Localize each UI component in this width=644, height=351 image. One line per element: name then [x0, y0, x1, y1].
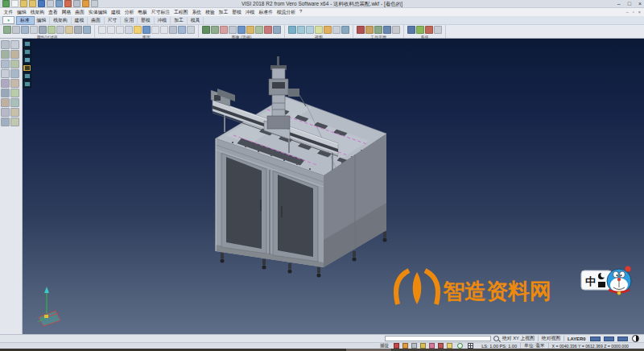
left-tool-icon[interactable]: [10, 89, 19, 97]
child-close-button[interactable]: ×: [638, 10, 641, 14]
toolbar-icon[interactable]: [202, 26, 210, 34]
left-tool-icon[interactable]: [1, 98, 10, 107]
viewport-tool-button[interactable]: [23, 81, 31, 88]
status-tool-icon[interactable]: [420, 343, 426, 349]
view-mode-label[interactable]: 绝对 XY 上视图: [502, 335, 535, 342]
ribbon-tab[interactable]: 冲模: [155, 17, 171, 24]
toolbar-icon[interactable]: [237, 26, 246, 34]
toolbar-icon[interactable]: [332, 26, 341, 34]
ribbon-tab[interactable]: 曲面: [88, 17, 105, 24]
toolbar-icon[interactable]: [160, 26, 168, 34]
toolbar-icon[interactable]: [169, 26, 177, 34]
menu-item[interactable]: 实体编辑: [86, 9, 109, 16]
toolbar-icon[interactable]: [383, 26, 391, 34]
left-tool-icon[interactable]: [1, 40, 10, 49]
toolbar-dropdown-button[interactable]: ▾: [2, 16, 14, 24]
quick-access-icon[interactable]: [29, 0, 36, 7]
quick-access-icon[interactable]: [38, 0, 45, 7]
toolbar-icon[interactable]: [30, 26, 38, 34]
menu-item[interactable]: 查看: [47, 9, 60, 16]
menu-item[interactable]: ?: [297, 9, 303, 16]
toolbar-icon[interactable]: [39, 26, 47, 34]
view-reference-label[interactable]: 绝对视图: [542, 335, 560, 342]
toolbar-icon[interactable]: [357, 26, 365, 34]
toolbar-icon[interactable]: [98, 26, 106, 34]
quick-access-icon[interactable]: [64, 0, 72, 7]
toolbar-icon[interactable]: [246, 26, 254, 34]
status-tool-icon[interactable]: [394, 343, 399, 349]
menu-item[interactable]: 加工: [217, 9, 230, 16]
left-tool-icon[interactable]: [10, 98, 19, 107]
grid-icon[interactable]: [468, 343, 473, 349]
menu-item[interactable]: 尺寸标注: [149, 9, 171, 16]
history-clock-icon[interactable]: [457, 343, 463, 349]
ribbon-tab[interactable]: 标准: [17, 17, 34, 24]
menu-item[interactable]: 工程图: [172, 9, 190, 16]
ime-widget[interactable]: 中: [581, 266, 631, 295]
toolbar-icon[interactable]: [392, 26, 400, 34]
toolbar-icon[interactable]: [365, 26, 374, 34]
toolbar-icon[interactable]: [116, 26, 124, 34]
toolbar-icon[interactable]: [83, 26, 91, 34]
toolbar-icon[interactable]: [425, 26, 433, 34]
active-layer-label[interactable]: LAYER0: [568, 337, 585, 341]
left-tool-icon[interactable]: [1, 60, 10, 68]
minimize-button[interactable]: –: [617, 0, 621, 8]
child-minimize-button[interactable]: –: [626, 10, 629, 14]
quick-access-icon[interactable]: [91, 0, 98, 7]
status-tool-icon[interactable]: [429, 343, 435, 349]
toolbar-icon[interactable]: [47, 26, 56, 34]
toolbar-icon[interactable]: [56, 26, 64, 34]
menu-item[interactable]: 标准件: [257, 9, 275, 16]
status-tool-icon[interactable]: [411, 343, 417, 349]
3d-viewport[interactable]: 智造资料网 中: [23, 39, 644, 334]
toolbar-icon[interactable]: [434, 26, 442, 34]
left-tool-icon[interactable]: [1, 89, 10, 97]
toolbar-icon[interactable]: [74, 26, 82, 34]
toolbar-icon[interactable]: [142, 26, 151, 34]
left-tool-icon[interactable]: [1, 69, 10, 78]
ribbon-tab[interactable]: 编辑: [34, 17, 51, 24]
background-toggle-icon[interactable]: [632, 335, 639, 342]
close-button[interactable]: ×: [638, 0, 642, 8]
toolbar-icon[interactable]: [264, 26, 272, 34]
menu-item[interactable]: 模流分析: [275, 9, 297, 16]
toolbar-icon[interactable]: [324, 26, 332, 34]
left-tool-icon[interactable]: [10, 40, 19, 49]
quick-access-icon[interactable]: [47, 0, 54, 7]
quick-access-icon[interactable]: [11, 0, 19, 7]
toolbar-icon[interactable]: [151, 26, 159, 34]
toolbar-icon[interactable]: [21, 26, 29, 34]
toolbar-icon[interactable]: [178, 26, 186, 34]
toolbar-icon[interactable]: [341, 26, 349, 34]
toolbar-icon[interactable]: [288, 26, 296, 34]
child-restore-button[interactable]: ▫: [633, 10, 634, 14]
left-tool-icon[interactable]: [1, 79, 10, 88]
toolbar-icon[interactable]: [187, 26, 195, 34]
toolbar-icon[interactable]: [107, 26, 115, 34]
left-tool-icon[interactable]: [10, 118, 19, 126]
menu-item[interactable]: 编辑: [15, 9, 29, 16]
menu-item[interactable]: 网格: [60, 9, 73, 16]
status-tool-icon[interactable]: [438, 343, 444, 349]
quick-access-icon[interactable]: [82, 0, 89, 7]
ribbon-tab[interactable]: 线架构: [50, 17, 71, 24]
menu-item[interactable]: 线架构: [28, 9, 46, 16]
toolbar-icon[interactable]: [255, 26, 263, 34]
menu-item[interactable]: 文件: [2, 9, 15, 16]
left-tool-icon[interactable]: [10, 60, 19, 68]
left-tool-icon[interactable]: [10, 79, 19, 88]
status-tool-icon[interactable]: [447, 343, 452, 349]
toolbar-icon[interactable]: [134, 26, 142, 34]
status-tool-icon[interactable]: [402, 343, 408, 349]
command-search-input[interactable]: [385, 336, 491, 341]
menu-item[interactable]: 系统: [190, 9, 204, 16]
ribbon-tab[interactable]: 模具: [188, 17, 204, 24]
left-tool-icon[interactable]: [10, 108, 19, 117]
quick-access-icon[interactable]: [56, 0, 63, 7]
menu-item[interactable]: 冲模: [243, 9, 257, 16]
menu-item[interactable]: 分析: [122, 9, 136, 16]
toolbar-icon[interactable]: [12, 26, 20, 34]
left-tool-icon[interactable]: [10, 69, 19, 78]
ribbon-tab[interactable]: 应用: [121, 17, 138, 24]
